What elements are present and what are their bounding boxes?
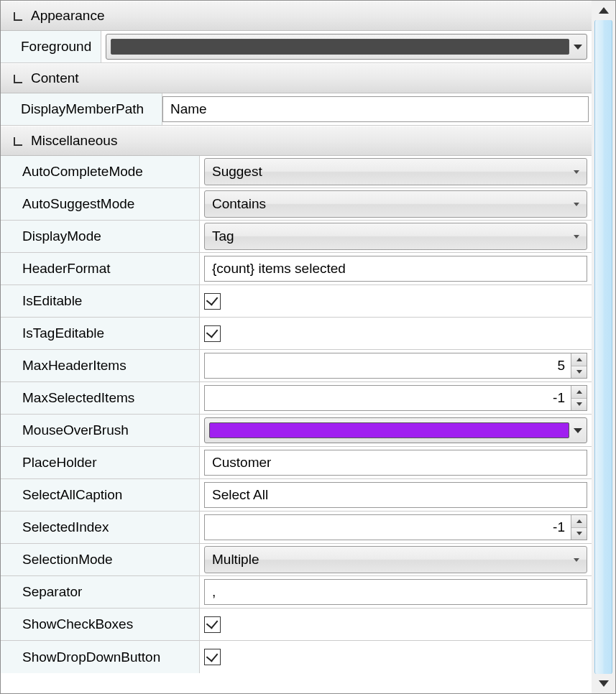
label-showcheckboxes: ShowCheckBoxes: [22, 616, 133, 632]
combo-value: Multiple: [212, 552, 259, 568]
label-autosuggestmode: AutoSuggestMode: [22, 196, 134, 212]
label-foreground: Foreground: [1, 31, 101, 63]
displaymemberpath-input[interactable]: [162, 96, 589, 122]
row-selectallcaption: SelectAllCaption: [1, 479, 592, 512]
maxselecteditems-spinner[interactable]: [204, 385, 587, 411]
selectedindex-spinner[interactable]: [204, 514, 587, 540]
chevron-down-icon: [576, 402, 582, 406]
displaymode-combo[interactable]: Tag: [204, 223, 587, 250]
chevron-down-icon: [574, 558, 579, 562]
chevron-down-icon: [574, 203, 579, 206]
check-icon: [206, 293, 218, 305]
foreground-dropdown[interactable]: [106, 34, 587, 60]
spinner-buttons[interactable]: [571, 515, 587, 540]
label-headerformat: HeaderFormat: [22, 261, 111, 277]
chevron-up-icon: [599, 7, 609, 14]
label-istageditable: IsTagEditable: [22, 325, 104, 341]
row-displaymemberpath: DisplayMemberPath: [1, 93, 592, 126]
row-istageditable: IsTagEditable: [1, 318, 592, 350]
label-autocompletemode: AutoCompleteMode: [22, 164, 143, 180]
selectionmode-combo[interactable]: Multiple: [204, 546, 587, 573]
spinner-buttons[interactable]: [571, 353, 587, 378]
chevron-up-icon: [576, 519, 582, 523]
row-headerformat: HeaderFormat: [1, 253, 592, 285]
check-icon: [206, 325, 218, 338]
value-foreground: [101, 31, 592, 63]
property-scroll-area: Appearance Foreground Content DisplayMem…: [1, 1, 592, 693]
chevron-down-icon: [574, 170, 579, 174]
chevron-down-icon: [574, 235, 579, 239]
chevron-down-icon: [599, 680, 609, 687]
label-separator: Separator: [22, 584, 82, 600]
row-iseditable: IsEditable: [1, 285, 592, 318]
combo-value: Suggest: [212, 164, 262, 180]
headerformat-input[interactable]: [204, 256, 587, 282]
label-iseditable: IsEditable: [22, 293, 82, 309]
chevron-down-icon: [576, 532, 582, 535]
combo-value: Contains: [212, 196, 266, 212]
label-selectedindex: SelectedIndex: [22, 519, 109, 535]
autocompletemode-combo[interactable]: Suggest: [204, 158, 587, 185]
iseditable-checkbox[interactable]: [204, 293, 221, 310]
selectallcaption-input[interactable]: [204, 482, 587, 508]
category-label: Miscellaneous: [31, 133, 117, 149]
row-foreground: Foreground: [1, 31, 592, 63]
row-showdropdownbutton: ShowDropDownButton: [1, 641, 592, 673]
maxselecteditems-input[interactable]: [205, 386, 571, 410]
value-displaymemberpath: [162, 93, 592, 126]
collapse-icon[interactable]: [14, 136, 24, 146]
row-selectedindex: SelectedIndex: [1, 512, 592, 544]
label-displaymode: DisplayMode: [22, 228, 101, 244]
label-selectallcaption: SelectAllCaption: [22, 487, 122, 503]
collapse-icon[interactable]: [14, 73, 24, 83]
row-selectionmode: SelectionMode Multiple: [1, 544, 592, 576]
chevron-down-icon: [574, 45, 582, 50]
row-maxselecteditems: MaxSelectedItems: [1, 382, 592, 415]
chevron-down-icon: [576, 370, 582, 374]
chevron-down-icon: [574, 428, 582, 433]
category-appearance[interactable]: Appearance: [1, 1, 592, 31]
selectedindex-input[interactable]: [205, 515, 571, 540]
label-maxheaderitems: MaxHeaderItems: [22, 358, 127, 374]
row-displaymode: DisplayMode Tag: [1, 221, 592, 253]
mouseoverbrush-dropdown[interactable]: [204, 417, 587, 443]
chevron-up-icon: [576, 390, 582, 394]
row-autosuggestmode: AutoSuggestMode Contains: [1, 188, 592, 221]
placeholder-input[interactable]: [204, 450, 587, 476]
row-placeholder: PlaceHolder: [1, 447, 592, 479]
check-icon: [206, 616, 218, 629]
vertical-scrollbar[interactable]: [592, 1, 615, 693]
category-label: Content: [31, 70, 79, 86]
foreground-swatch: [111, 39, 569, 55]
separator-input[interactable]: [204, 579, 587, 605]
check-icon: [206, 649, 218, 662]
combo-value: Tag: [212, 228, 234, 244]
maxheaderitems-spinner[interactable]: [204, 353, 587, 379]
scroll-down-button[interactable]: [592, 674, 615, 693]
label-maxselecteditems: MaxSelectedItems: [22, 390, 134, 406]
spinner-buttons[interactable]: [571, 386, 587, 410]
label-mouseoverbrush: MouseOverBrush: [22, 422, 129, 438]
row-separator: Separator: [1, 576, 592, 609]
category-miscellaneous[interactable]: Miscellaneous: [1, 126, 592, 156]
maxheaderitems-input[interactable]: [205, 353, 571, 378]
autosuggestmode-combo[interactable]: Contains: [204, 190, 587, 218]
row-autocompletemode: AutoCompleteMode Suggest: [1, 156, 592, 188]
category-content[interactable]: Content: [1, 63, 592, 93]
label-selectionmode: SelectionMode: [22, 552, 113, 568]
collapse-icon[interactable]: [14, 11, 24, 21]
showcheckboxes-checkbox[interactable]: [204, 616, 221, 633]
mouseoverbrush-swatch: [209, 422, 569, 438]
showdropdownbutton-checkbox[interactable]: [204, 649, 221, 665]
istageditable-checkbox[interactable]: [204, 325, 221, 342]
scrollbar-thumb[interactable]: [594, 20, 612, 674]
label-showdropdownbutton: ShowDropDownButton: [22, 649, 160, 665]
label-displaymemberpath: DisplayMemberPath: [1, 93, 162, 126]
label-placeholder: PlaceHolder: [22, 455, 97, 471]
property-grid: Appearance Foreground Content DisplayMem…: [0, 0, 616, 694]
scroll-up-button[interactable]: [592, 1, 615, 20]
row-maxheaderitems: MaxHeaderItems: [1, 350, 592, 382]
row-mouseoverbrush: MouseOverBrush: [1, 415, 592, 447]
category-label: Appearance: [31, 8, 104, 24]
row-showcheckboxes: ShowCheckBoxes: [1, 609, 592, 641]
